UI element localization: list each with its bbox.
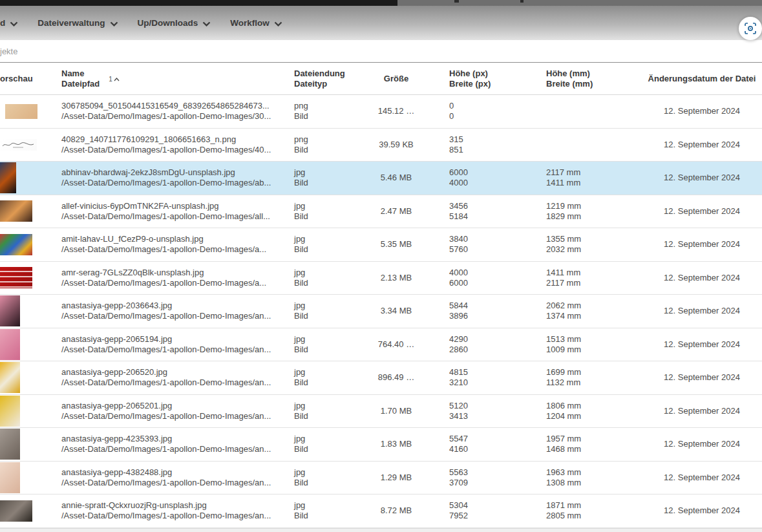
width-mm: 1204 mm <box>546 411 642 421</box>
chevron-up-icon <box>114 78 120 81</box>
table-row[interactable]: anastasiya-gepp-2065194.jpg /Asset-Data/… <box>0 328 762 362</box>
height-mm: 1411 mm <box>546 268 642 278</box>
menu-item-workflow[interactable]: Workflow <box>230 18 282 28</box>
file-size: 764.40 … <box>357 328 435 361</box>
width-mm: 1411 mm <box>546 178 642 188</box>
table-row[interactable]: annie-spratt-QckxruozjRg-unsplash.jpg /A… <box>0 495 762 528</box>
column-header-size[interactable]: Größe <box>357 63 435 94</box>
height-mm: 1957 mm <box>546 434 642 444</box>
objects-breadcrumb: jekte <box>0 47 17 56</box>
file-type: Bild <box>294 411 357 421</box>
title-text-fragment <box>454 0 459 3</box>
file-thumbnail[interactable] <box>5 104 37 119</box>
table-row[interactable]: 40829_140711776109291_1806651663_n.png /… <box>0 129 762 162</box>
file-extension: jpg <box>294 268 357 278</box>
height-px: 3840 <box>449 234 532 244</box>
file-extension: jpg <box>294 167 357 178</box>
width-mm: 1009 mm <box>546 345 642 355</box>
file-thumbnail[interactable] <box>0 200 32 222</box>
table-row[interactable]: allef-vinicius-6ypOmTNK2FA-unsplash.jpg … <box>0 195 762 229</box>
height-px: 5304 <box>449 500 532 511</box>
file-thumbnail[interactable] <box>0 329 20 360</box>
table-row[interactable]: anastasiya-gepp-4235393.jpg /Asset-Data/… <box>0 428 762 462</box>
width-px: 7952 <box>449 511 532 521</box>
menu-item-dateiverwaltung[interactable]: Dateiverwaltung <box>37 18 118 28</box>
column-header-ext-type[interactable]: Dateiendung Dateityp <box>290 63 357 94</box>
file-thumbnail[interactable] <box>0 139 37 151</box>
file-name: anastasiya-gepp-4235393.jpg <box>61 434 290 444</box>
width-px: 6000 <box>449 278 532 288</box>
scan-button[interactable] <box>739 17 762 40</box>
file-size: 5.46 MB <box>357 162 435 195</box>
width-mm: 1132 mm <box>546 378 642 388</box>
menu-item-updownloads[interactable]: Up/Downloads <box>138 18 211 28</box>
file-thumbnail[interactable] <box>0 500 32 522</box>
table-row[interactable]: abhinav-bhardwaj-2ekzJ8smDgU-unsplash.jp… <box>0 162 762 195</box>
table-row[interactable]: anastasiya-gepp-2065201.jpg /Asset-Data/… <box>0 395 762 429</box>
file-size: 1.83 MB <box>357 428 435 461</box>
file-size: 1.70 MB <box>357 395 435 428</box>
chevron-down-icon <box>274 21 282 27</box>
file-path: /Asset-Data/Demo/Images/1-apollon-Demo-I… <box>61 178 290 188</box>
height-px: 4290 <box>449 334 532 345</box>
file-type: Bild <box>294 145 357 155</box>
height-px: 0 <box>449 101 532 111</box>
file-type: Bild <box>294 178 357 188</box>
width-mm: 2805 mm <box>546 511 642 521</box>
file-modified-date: 12. September 2024 <box>642 162 762 195</box>
file-thumbnail[interactable] <box>0 295 20 326</box>
menu-label: Up/Downloads <box>138 18 198 28</box>
scan-focus-icon <box>744 22 757 35</box>
height-px: 5563 <box>449 467 532 478</box>
file-modified-date: 12. September 2024 <box>642 195 762 228</box>
file-path: /Asset-Data/Demo/Images/1-apollon-Demo-I… <box>61 244 290 255</box>
file-thumbnail[interactable] <box>0 267 32 288</box>
file-thumbnail[interactable] <box>0 234 32 255</box>
file-name: 306785094_501504415316549_68392654865284… <box>61 101 290 111</box>
file-table-body: 306785094_501504415316549_68392654865284… <box>0 95 762 528</box>
height-mm: 1219 mm <box>546 201 642 211</box>
chevron-down-icon <box>202 21 211 27</box>
file-path: /Asset-Data/Demo/Images/1-apollon-Demo-I… <box>61 278 290 288</box>
file-name: anastasiya-gepp-2036643.jpg <box>61 301 290 311</box>
file-size: 5.35 MB <box>357 228 435 261</box>
width-px: 5184 <box>449 211 532 222</box>
file-thumbnail[interactable] <box>0 429 20 460</box>
file-thumbnail[interactable] <box>0 162 16 193</box>
width-px: 4160 <box>449 444 532 454</box>
column-header-preview[interactable]: orschau <box>0 63 57 94</box>
menu-item-cropped[interactable]: d <box>0 18 18 28</box>
column-header-px[interactable]: Höhe (px) Breite (px) <box>435 63 532 94</box>
table-row[interactable]: 306785094_501504415316549_68392654865284… <box>0 95 762 129</box>
table-row[interactable]: amit-lahav-LU_fCezP9-o-unsplash.jpg /Ass… <box>0 228 762 262</box>
file-path: /Asset-Data/Demo/Images/1-apollon-Demo-I… <box>61 478 290 488</box>
file-modified-date: 12. September 2024 <box>642 262 762 295</box>
file-name: 40829_140711776109291_1806651663_n.png <box>61 134 290 145</box>
table-row[interactable]: anastasiya-gepp-4382488.jpg /Asset-Data/… <box>0 462 762 495</box>
title-strip <box>0 0 762 6</box>
file-extension: jpg <box>294 334 357 345</box>
sort-indicator[interactable]: 1 <box>109 74 120 85</box>
table-header: orschau Name Dateipfad 1 Dateiendung Dat… <box>0 62 762 95</box>
column-header-date[interactable]: Änderungsdatum der Datei <box>642 63 762 94</box>
file-thumbnail[interactable] <box>0 396 20 427</box>
file-size: 2.13 MB <box>357 262 435 295</box>
height-px: 5120 <box>449 401 532 411</box>
column-header-mm[interactable]: Höhe (mm) Breite (mm) <box>532 63 642 94</box>
height-px: 3456 <box>449 201 532 211</box>
file-thumbnail[interactable] <box>0 362 20 393</box>
height-px: 5844 <box>449 301 532 311</box>
menu-label: d <box>0 18 5 28</box>
height-mm: 1963 mm <box>546 467 642 478</box>
width-px: 3413 <box>449 411 532 421</box>
column-header-name-path[interactable]: Name Dateipfad 1 <box>57 63 290 94</box>
table-row[interactable]: anastasiya-gepp-206520.jpg /Asset-Data/D… <box>0 361 762 395</box>
file-path: /Asset-Data/Demo/Images/1-apollon-Demo-I… <box>61 378 290 388</box>
table-row[interactable]: anastasiya-gepp-2036643.jpg /Asset-Data/… <box>0 295 762 328</box>
file-type: Bild <box>294 478 357 488</box>
table-row[interactable]: amr-serag-7GLsZZ0qBlk-unsplash.jpg /Asse… <box>0 262 762 295</box>
file-name: amit-lahav-LU_fCezP9-o-unsplash.jpg <box>61 234 290 244</box>
file-thumbnail[interactable] <box>0 462 20 493</box>
file-modified-date: 12. September 2024 <box>642 395 762 428</box>
file-extension: png <box>294 101 357 111</box>
